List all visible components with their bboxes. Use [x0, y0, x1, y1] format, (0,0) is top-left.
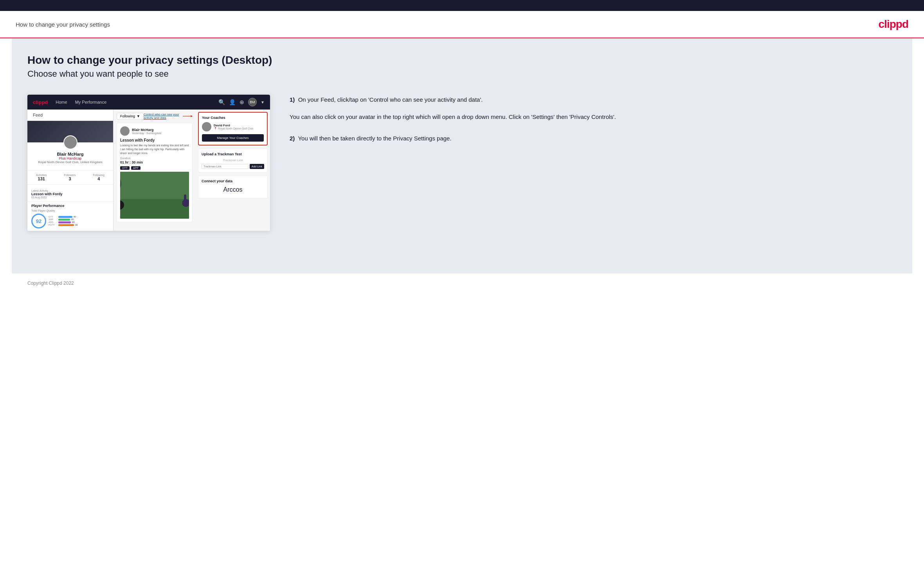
latest-activity-date: 03 Aug 2022	[31, 196, 109, 199]
instruction-2-number: 2)	[290, 135, 297, 142]
trackman-card: Upload a Trackman Test Trackman Link Add…	[198, 149, 268, 173]
following-bar-wrapper: Following ▼ Control who can see your act…	[117, 113, 193, 120]
page-heading: How to change your privacy settings (Des…	[27, 54, 897, 67]
tag-ott: OTT	[120, 166, 130, 170]
stat-following: Following 4	[93, 174, 104, 181]
bar-arg-fill	[58, 221, 71, 223]
compass-icon[interactable]: ⊕	[240, 99, 244, 105]
profile-club: Royal North Devon Golf Club, United King…	[31, 160, 109, 164]
control-privacy-link[interactable]: Control who can see your activity and da…	[144, 113, 181, 120]
bar-arg-val: 86	[72, 221, 75, 223]
instruction-2-text: 2) You will then be taken directly to th…	[290, 133, 897, 144]
tag-app: APP	[131, 166, 140, 170]
instruction-2-body: You will then be taken directly to the P…	[298, 135, 451, 142]
instruction-2: 2) You will then be taken directly to th…	[290, 133, 897, 144]
svg-rect-3	[120, 199, 189, 219]
stat-followers-value: 3	[64, 176, 76, 181]
trackman-input-row: Add Link	[202, 164, 264, 169]
coach-avatar	[202, 122, 211, 131]
post-avatar	[120, 126, 130, 136]
stat-followers: Followers 3	[64, 174, 76, 181]
coaches-card: Your Coaches David Ford 📍 Royal North De…	[198, 112, 268, 146]
breadcrumb: How to change your privacy settings	[16, 21, 110, 28]
connect-card: Connect your data Arccos	[198, 176, 268, 198]
quality-label: Total Player Quality	[31, 209, 109, 212]
bar-app-fill	[58, 219, 70, 221]
bar-ott-val: 90	[74, 216, 76, 218]
post-title: Lesson with Fordy	[120, 138, 189, 142]
top-bar	[0, 0, 924, 11]
bar-putt: PUTT 96	[49, 224, 109, 226]
profile-name: Blair McHarg	[31, 152, 109, 156]
avatar[interactable]: BM	[248, 98, 257, 106]
stat-activities: Activities 131	[36, 174, 47, 181]
profile-banner	[27, 121, 113, 142]
stat-activities-value: 131	[36, 176, 47, 181]
app-body: Feed Blair McHarg Plus Handicap Royal No…	[27, 110, 270, 231]
header: How to change your privacy settings clip…	[0, 11, 924, 38]
chevron-icon: ▼	[137, 114, 140, 118]
pin-icon: 📍	[214, 127, 217, 130]
post-card: Blair McHarg Yesterday · Sunningdale Les…	[117, 123, 193, 222]
annotation-box: Blair McHarg Yesterday · Sunningdale Les…	[117, 123, 193, 222]
search-icon[interactable]: 🔍	[218, 99, 225, 105]
instruction-1-text: 1) On your Feed, click/tap on 'Control w…	[290, 95, 897, 105]
following-button[interactable]: Following ▼	[117, 113, 144, 120]
person-icon[interactable]: 👤	[229, 99, 236, 105]
coach-club: Royal North Devon Golf Club	[218, 127, 253, 130]
bar-app-val: 85	[71, 218, 74, 221]
trackman-title: Upload a Trackman Test	[202, 152, 264, 156]
bar-putt-label: PUTT	[49, 224, 57, 226]
app-nav-home[interactable]: Home	[56, 100, 67, 104]
bar-arg-label: ARG	[49, 221, 57, 223]
latest-activity-label: Latest Activity	[31, 189, 109, 192]
copyright: Copyright Clippd 2022	[27, 280, 74, 286]
quality-row: 92 OTT 90 APP 85	[31, 214, 109, 228]
coaches-title: Your Coaches	[202, 116, 264, 120]
profile-avatar	[63, 135, 77, 149]
instruction-1: 1) On your Feed, click/tap on 'Control w…	[290, 95, 897, 122]
content-row: clippd Home My Performance 🔍 👤 ⊕ BM ▼ Fe…	[27, 95, 897, 231]
player-performance: Player Performance Total Player Quality …	[27, 201, 113, 231]
stat-following-label: Following	[93, 174, 104, 176]
instruction-1-extra: You can also click on your avatar in the…	[290, 112, 897, 122]
bar-arg: ARG 86	[49, 221, 109, 223]
app-left-panel: Feed Blair McHarg Plus Handicap Royal No…	[27, 110, 113, 231]
chevron-down-icon[interactable]: ▼	[261, 100, 265, 104]
quality-circle: 92	[31, 214, 46, 228]
main-content: How to change your privacy settings (Des…	[12, 38, 912, 273]
post-header: Blair McHarg Yesterday · Sunningdale	[120, 126, 189, 136]
svg-marker-1	[191, 115, 193, 117]
app-nav-icons: 🔍 👤 ⊕ BM ▼	[218, 98, 265, 106]
post-date: Yesterday · Sunningdale	[132, 132, 162, 135]
bar-putt-fill	[58, 224, 74, 226]
app-nav-performance[interactable]: My Performance	[75, 100, 107, 104]
manage-coaches-button[interactable]: Manage Your Coaches	[202, 134, 264, 142]
feed-tab[interactable]: Feed	[27, 110, 113, 121]
instructions-panel: 1) On your Feed, click/tap on 'Control w…	[282, 95, 897, 155]
latest-activity: Latest Activity Lesson with Fordy 03 Aug…	[27, 187, 113, 201]
bar-app-label: APP	[49, 218, 57, 221]
instruction-1-number: 1)	[290, 96, 297, 103]
duration-value: 01 hr : 30 min	[120, 160, 189, 164]
following-label: Following	[120, 114, 135, 118]
control-link-wrapper: Control who can see your activity and da…	[144, 113, 193, 120]
app-screenshot: clippd Home My Performance 🔍 👤 ⊕ BM ▼ Fe…	[27, 95, 270, 231]
stat-following-value: 4	[93, 176, 104, 181]
annotation-arrow-svg	[183, 113, 193, 119]
add-link-button[interactable]: Add Link	[250, 164, 264, 169]
svg-rect-8	[184, 194, 186, 204]
coach-name: David Ford	[214, 124, 253, 127]
post-author: Blair McHarg	[132, 128, 162, 132]
app-right-sidebar: Your Coaches David Ford 📍 Royal North De…	[196, 110, 270, 231]
trackman-placeholder: Trackman Link	[202, 158, 264, 162]
trackman-link-input[interactable]	[202, 164, 249, 169]
stat-followers-label: Followers	[64, 174, 76, 176]
bar-app: APP 85	[49, 218, 109, 221]
quality-bars: OTT 90 APP 85 ARG	[49, 216, 109, 226]
profile-handicap: Plus Handicap	[31, 156, 109, 160]
bar-ott-label: OTT	[49, 216, 57, 218]
coach-pin-icon: 📍 Royal North Devon Golf Club	[214, 127, 253, 130]
latest-activity-name: Lesson with Fordy	[31, 192, 109, 196]
app-nav: clippd Home My Performance 🔍 👤 ⊕ BM ▼	[27, 95, 270, 110]
